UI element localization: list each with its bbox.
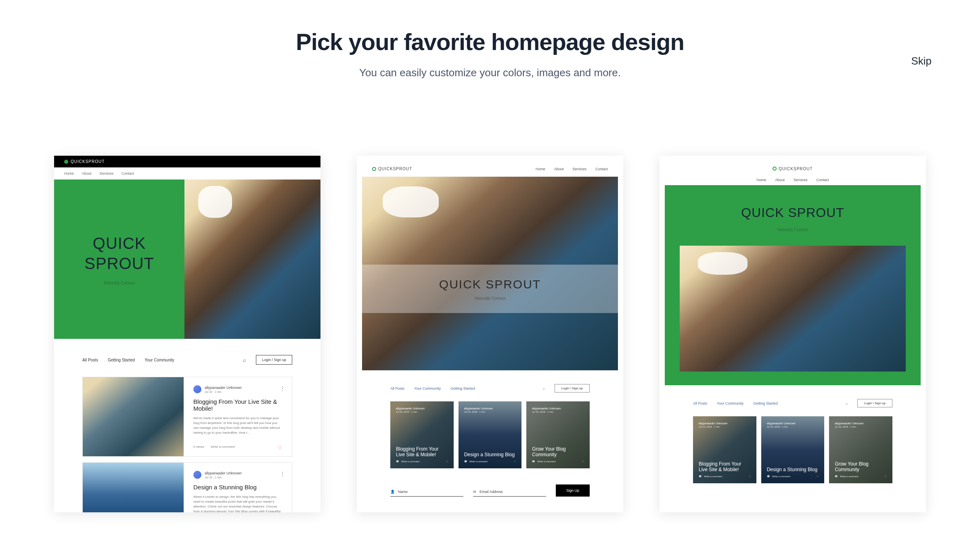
logo-icon — [773, 167, 777, 171]
post-excerpt: When it comes to design, the Wix blog ha… — [193, 495, 282, 512]
author-name: allypanaader Unknown — [464, 407, 516, 410]
mail-icon: ✉ — [473, 490, 476, 494]
brand-name: QUICKSPROUT — [378, 167, 412, 171]
nav-about: About — [82, 171, 92, 175]
write-comment: Write a comment — [469, 460, 488, 463]
author-name: allypanaader Unknown — [699, 422, 751, 425]
write-comment: Write a comment — [211, 445, 235, 451]
tab-getting-started: Getting Started — [753, 401, 778, 405]
preview-filter-bar: All Posts Getting Started Your Community… — [54, 339, 320, 373]
person-icon: 👤 — [390, 490, 395, 494]
template-option-2[interactable]: QUICKSPROUT Home About Services Contact … — [357, 156, 623, 512]
avatar — [193, 471, 201, 479]
heart-icon: ♡ — [749, 475, 751, 478]
post-title: Design a Stunning Blog — [193, 484, 282, 491]
preview-signup-form: 👤Name ✉Email Address Sign Up — [362, 468, 618, 497]
hero-image — [680, 246, 906, 372]
brand-name: QUICKSPROUT — [779, 167, 812, 171]
post-meta: Jul 10, 2018 · 1 min — [464, 411, 516, 413]
login-button: Login / Sign up — [555, 384, 590, 393]
preview-topbar: QUICKSPROUT Home About Services Contact — [362, 161, 618, 177]
logo-icon — [372, 167, 376, 171]
page-subtitle: You can easily customize your colors, im… — [0, 67, 980, 79]
write-comment: Write a comment — [772, 475, 790, 478]
heart-icon: ♡ — [817, 475, 819, 478]
search-icon: ⌕ — [543, 386, 545, 390]
nav-services: Services — [794, 178, 808, 182]
skip-button[interactable]: Skip — [911, 55, 932, 67]
heart-icon: ♡ — [582, 460, 584, 463]
preview-card: allypanaader Unknown Jul 10, 2018 · 1 mi… — [526, 401, 590, 468]
heart-icon: ♡ — [278, 445, 282, 451]
more-icon: ⋮ — [280, 385, 285, 392]
write-comment: Write a comment — [537, 460, 555, 463]
card-title: Grow Your Blog Community — [532, 446, 584, 457]
preview-hero: QUICKSPROUT Naturally Curious — [54, 180, 320, 339]
post-image — [83, 377, 184, 456]
login-button: Login / Sign up — [256, 355, 292, 365]
post-meta: Jul 10 · 1 min — [205, 390, 242, 393]
nav-home: Home — [64, 171, 74, 175]
comment-icon: 💬 — [835, 475, 838, 478]
post-meta: Jul 10 · 1 min — [205, 476, 242, 479]
preview-hero: QUICK SPROUT Naturally Curious — [665, 185, 921, 385]
hero-tagline: Naturally Curious — [665, 228, 921, 232]
tab-all-posts: All Posts — [82, 358, 98, 362]
tab-all-posts: All Posts — [390, 386, 404, 390]
nav-home: Home — [756, 178, 766, 182]
post-meta: Jul 10, 2018 · 1 min — [396, 411, 448, 413]
nav-services: Services — [572, 167, 586, 171]
email-field-label: Email Address — [480, 490, 503, 494]
author-name: allypanaader Unknown — [205, 386, 242, 390]
preview-card: allypanaader Unknown Jul 10, 2018 · 1 mi… — [829, 416, 892, 483]
hero-title: QUICKSPROUT — [84, 233, 154, 274]
comment-icon: 💬 — [532, 460, 535, 463]
signup-button: Sign Up — [556, 484, 590, 497]
template-option-3[interactable]: QUICKSPROUT Home About Services Contact … — [660, 156, 926, 512]
preview-topbar: QUICKSPROUT — [665, 161, 921, 174]
template-option-1[interactable]: QUICKSPROUT Home About Services Contact … — [54, 156, 320, 512]
write-comment: Write a comment — [840, 475, 858, 478]
more-icon: ⋮ — [280, 471, 285, 477]
preview-post-card: ⋮ allypanaader Unknown Jul 10 · 1 min De… — [82, 462, 292, 512]
nav-contact: Contact — [817, 178, 829, 182]
hero-title: QUICK SPROUT — [665, 205, 921, 220]
heart-icon: ♡ — [446, 460, 448, 463]
author-name: allypanaader Unknown — [835, 422, 887, 425]
author-name: allypanaader Unknown — [205, 471, 242, 475]
author-name: allypanaader Unknown — [532, 407, 584, 410]
preview-nav: Home About Services Contact — [536, 167, 608, 171]
card-title: Blogging From Your Live Site & Mobile! — [699, 461, 751, 472]
tab-your-community: Your Community — [414, 386, 441, 390]
author-name: allypanaader Unknown — [767, 422, 819, 425]
preview-card: allypanaader Unknown Jul 10, 2018 · 1 mi… — [390, 401, 454, 468]
card-title: Grow Your Blog Community — [835, 461, 887, 472]
write-comment: Write a comment — [401, 460, 419, 463]
views-count: 0 views — [193, 445, 204, 451]
tab-getting-started: Getting Started — [108, 358, 135, 362]
hero-tagline: Naturally Curious — [104, 281, 135, 285]
post-excerpt: We've made it quick and convenient for y… — [193, 416, 282, 435]
preview-card: allypanaader Unknown Jul 10, 2018 · 1 mi… — [693, 416, 756, 483]
nav-services: Services — [100, 171, 114, 175]
preview-card: allypanaader Unknown Jul 10, 2018 · 1 mi… — [459, 401, 522, 468]
preview-nav: Home About Services Contact — [54, 167, 320, 180]
post-meta: Jul 10, 2018 · 1 min — [767, 426, 819, 428]
card-title: Blogging From Your Live Site & Mobile! — [396, 446, 448, 457]
preview-topbar: QUICKSPROUT — [54, 156, 320, 167]
logo-icon — [64, 160, 68, 164]
hero-image — [184, 180, 320, 339]
post-title: Blogging From Your Live Site & Mobile! — [193, 398, 282, 412]
search-icon: ⌕ — [846, 401, 848, 405]
comment-icon: 💬 — [699, 475, 701, 478]
comment-icon: 💬 — [396, 460, 399, 463]
nav-contact: Contact — [121, 171, 134, 175]
preview-card-grid: allypanaader Unknown Jul 10, 2018 · 1 mi… — [665, 416, 921, 483]
nav-about: About — [775, 178, 785, 182]
tab-getting-started: Getting Started — [450, 386, 475, 390]
preview-hero: QUICK SPROUT Naturally Curious — [362, 177, 618, 370]
post-meta: Jul 10, 2018 · 1 min — [835, 426, 887, 428]
search-icon: ⌕ — [243, 357, 246, 363]
preview-post-card: ⋮ allypanaader Unknown Jul 10 · 1 min Bl… — [82, 377, 292, 457]
preview-filter-bar: All Posts Your Community Getting Started… — [362, 370, 618, 401]
